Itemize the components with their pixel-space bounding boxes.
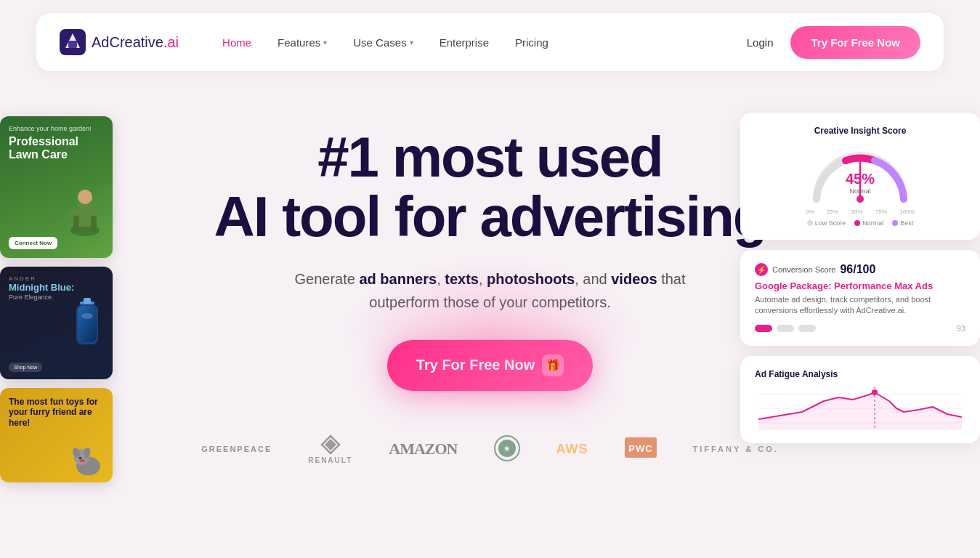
toys-title: The most fun toys for your furry friend … [9, 397, 104, 428]
gauge-percentage: 45% [846, 171, 875, 187]
gauge-status-label: Normal [846, 187, 875, 195]
perfume-ad: ANDER Midnight Blue: Pure Elegance. Shop… [0, 267, 113, 379]
gauge-legend: Low Score Normal Best [807, 219, 914, 227]
try-free-hero-button[interactable]: Try For Free Now 🎁 [387, 340, 593, 391]
svg-rect-2 [68, 41, 77, 48]
svg-rect-11 [84, 298, 91, 304]
svg-marker-33 [758, 392, 962, 430]
try-free-nav-button[interactable]: Try For Free Now [790, 26, 920, 59]
conv-label: Conversion Score [772, 265, 835, 274]
brand-amazon: amazon [389, 440, 457, 458]
svg-point-20 [80, 459, 85, 462]
legend-best-dot [892, 220, 898, 226]
svg-rect-9 [91, 210, 101, 214]
left-ad-cards: Enhance your home garden! Professional L… [0, 116, 113, 482]
svg-rect-6 [73, 216, 79, 232]
fatigue-title: Ad Fatigue Analysis [755, 369, 965, 379]
fatigue-svg [755, 387, 965, 430]
toys-ad: The most fun toys for your furry friend … [0, 388, 113, 482]
nav-enterprise[interactable]: Enterprise [440, 36, 489, 49]
dog-illustration [68, 438, 108, 478]
insight-title: Creative Insight Score [755, 126, 965, 136]
svg-point-19 [79, 457, 82, 460]
lawn-cta[interactable]: Connect Now [9, 237, 57, 249]
brand-pwc: pwc [625, 437, 657, 461]
lawn-illustration [63, 179, 107, 238]
hero-cta-label: Try For Free Now [416, 357, 535, 373]
svg-point-14 [81, 313, 93, 319]
perfume-brand: ANDER [9, 275, 104, 282]
lawn-care-ad: Enhance your home garden! Professional L… [0, 116, 113, 258]
login-button[interactable]: Login [747, 36, 774, 49]
svg-rect-4 [78, 201, 92, 227]
conversion-score-header: ⚡ Conversion Score 96/100 [755, 263, 965, 276]
conv-package-title: Google Package: Performance Max Ads [755, 280, 965, 291]
svg-rect-8 [69, 210, 79, 214]
brand-tiffany: TIFFANY & CO. [693, 445, 779, 453]
brand-renault: RENAULT [308, 434, 352, 464]
perfume-title: Midnight Blue: [9, 282, 104, 294]
ad-fatigue-widget: Ad Fatigue Analysis [740, 356, 980, 443]
pwc-logo-icon: pwc [625, 437, 657, 458]
legend-normal-dot [854, 220, 860, 226]
navbar: AdCreative.ai Home Features ▾ Use Cases … [36, 13, 944, 71]
svg-text:★: ★ [503, 445, 511, 453]
hero-cta-icon: 🎁 [542, 355, 564, 376]
perfume-bottle-illustration [69, 294, 105, 352]
nav-right: Login Try For Free Now [747, 26, 920, 59]
right-widgets: Creative Insight Score 45% Normal [740, 113, 980, 443]
conv-dot-1 [755, 325, 772, 332]
lawn-title: Professional Lawn Care [9, 135, 104, 161]
lawn-tagline: Enhance your home garden! [9, 125, 104, 132]
conv-description: Automate ad design, track competitors, a… [755, 294, 965, 317]
logo-text: AdCreative.ai [92, 34, 179, 51]
svg-rect-13 [78, 306, 97, 342]
conv-score-value: 96/100 [840, 263, 875, 276]
legend-low-dot [807, 220, 813, 226]
svg-rect-7 [91, 216, 97, 232]
main-nav: Home Features ▾ Use Cases ▾ Enterprise P… [222, 36, 747, 49]
nav-use-cases[interactable]: Use Cases ▾ [353, 36, 413, 49]
svg-text:pwc: pwc [628, 443, 652, 454]
nav-home[interactable]: Home [222, 36, 251, 49]
conv-dot-2 [777, 325, 794, 332]
svg-point-29 [857, 195, 864, 203]
logo[interactable]: AdCreative.ai [60, 29, 179, 55]
nav-pricing[interactable]: Pricing [515, 36, 548, 49]
conv-score-num: 93 [957, 324, 965, 333]
conv-dot-3 [798, 325, 816, 332]
renault-logo-icon [320, 434, 341, 455]
gauge-labels: 0% 25% 50% 75% 100% [806, 209, 915, 215]
conversion-score-widget: ⚡ Conversion Score 96/100 Google Package… [740, 250, 980, 346]
brand-starbucks: ★ [494, 435, 520, 464]
gauge-container: 45% Normal 0% 25% 50% 75% 100% Low Score… [755, 145, 965, 227]
fatigue-chart [755, 387, 965, 430]
conversion-icon: ⚡ [755, 263, 768, 276]
creative-insight-widget: Creative Insight Score 45% Normal [740, 113, 980, 240]
brand-greenpeace: GREENPEACE [201, 445, 272, 453]
svg-point-5 [78, 190, 92, 204]
nav-features[interactable]: Features ▾ [278, 36, 327, 49]
logo-icon [60, 29, 86, 55]
starbucks-logo-icon: ★ [494, 435, 520, 461]
perfume-cta[interactable]: Shop Now [9, 363, 42, 372]
gauge-chart: 45% Normal [806, 145, 915, 203]
conv-progress-dots: 93 [755, 324, 965, 333]
brand-aws: aws [556, 442, 588, 457]
